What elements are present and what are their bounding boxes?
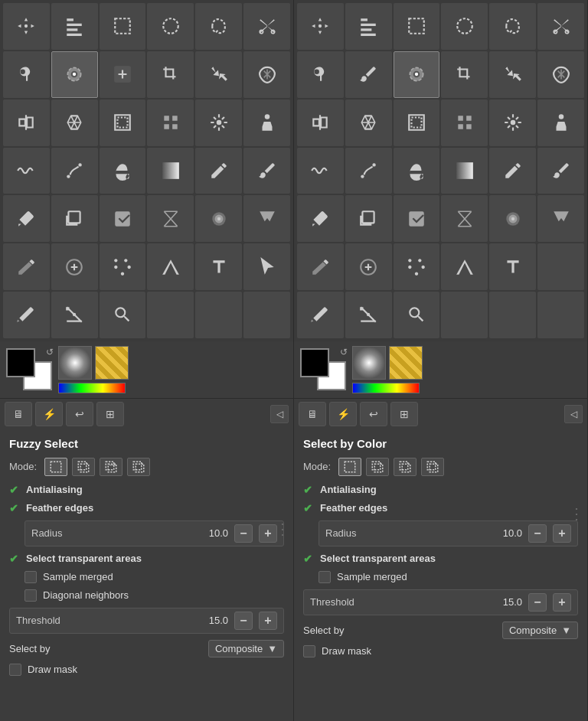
warp-tool[interactable] <box>243 51 290 98</box>
brush-preview-left[interactable] <box>58 346 92 380</box>
sample-merged-checkbox-left[interactable] <box>24 571 37 583</box>
handle-transform-tool[interactable] <box>195 100 242 146</box>
ink-tool[interactable] <box>3 243 50 290</box>
handle-transform-tool-r[interactable] <box>489 100 536 146</box>
images-btn-left[interactable]: ⊞ <box>96 402 124 426</box>
draw-mask-checkbox-left[interactable] <box>9 664 21 676</box>
align-tool-r[interactable] <box>345 3 392 50</box>
wave-tool-r[interactable] <box>297 148 344 194</box>
mode-add-right[interactable] <box>366 458 389 476</box>
free-select-tool-r[interactable] <box>489 3 536 50</box>
smudge-tool-r[interactable] <box>394 243 440 290</box>
threshold-plus-right[interactable]: + <box>553 593 571 612</box>
antialiasing-check-right[interactable]: ✔ <box>303 484 312 496</box>
blur-tool[interactable] <box>195 195 242 242</box>
perspective-tool[interactable] <box>100 100 146 146</box>
person-tool[interactable] <box>243 100 290 146</box>
mode-intersect-right[interactable] <box>421 458 444 476</box>
clone-tool-r[interactable] <box>345 195 392 242</box>
eraser-tool[interactable] <box>3 195 50 242</box>
measure-tool-r[interactable] <box>345 292 392 338</box>
select-by-dropdown-left[interactable]: Composite ▼ <box>208 640 284 657</box>
pattern-preview-right[interactable] <box>389 346 423 380</box>
gradient-preview-right[interactable] <box>352 383 420 393</box>
smudge-tool[interactable] <box>100 243 146 290</box>
threshold-plus-left[interactable]: + <box>259 612 277 630</box>
perspective-tool-r[interactable] <box>394 100 440 146</box>
pencil-tool[interactable] <box>195 148 242 194</box>
move-tool[interactable] <box>3 3 50 50</box>
tool-manager-btn-right[interactable]: 🖥 <box>299 402 326 426</box>
fuzzy-select-tool-r[interactable] <box>297 51 344 98</box>
radius-minus-left[interactable]: − <box>234 524 253 543</box>
measure-tool[interactable] <box>51 292 98 338</box>
unified-transform-tool[interactable] <box>147 100 194 146</box>
threshold-minus-left[interactable]: − <box>234 612 253 630</box>
color-picker-tool[interactable] <box>3 292 50 338</box>
mypaint-brush-tool[interactable] <box>51 243 98 290</box>
radius-minus-right[interactable]: − <box>528 524 547 543</box>
wand-tool-active[interactable] <box>51 51 98 98</box>
mode-subtract-left[interactable] <box>100 458 122 476</box>
wand-tool-r[interactable] <box>345 51 392 98</box>
fg-bg-colors-right[interactable]: ↺ <box>300 348 346 390</box>
fg-color-right[interactable] <box>300 348 329 377</box>
threshold-minus-right[interactable]: − <box>528 593 547 612</box>
ellipse-select-tool-r[interactable] <box>441 3 488 50</box>
text-tool-r[interactable] <box>489 243 536 290</box>
dodge-tool-r[interactable] <box>441 243 488 290</box>
scissors-tool[interactable] <box>243 3 290 50</box>
flip-tool-r[interactable] <box>297 100 344 146</box>
align-tool[interactable] <box>51 3 98 50</box>
tool-presets-btn-left[interactable]: ⚡ <box>35 402 63 426</box>
mode-new-left[interactable] <box>44 458 67 476</box>
ellipse-select-tool[interactable] <box>147 3 194 50</box>
transform-tool-r[interactable] <box>489 51 536 98</box>
transform-tool[interactable] <box>195 51 242 98</box>
paintbrush-tool-r[interactable] <box>537 148 584 194</box>
bucket-fill-tool-r[interactable] <box>394 148 440 194</box>
color-picker-tool-r[interactable] <box>297 292 344 338</box>
bucket-fill-tool[interactable] <box>100 148 146 194</box>
free-select-tool[interactable] <box>195 3 242 50</box>
images-btn-right[interactable]: ⊞ <box>390 402 418 426</box>
zoom-tool-r[interactable] <box>394 292 440 338</box>
feather-check-left[interactable]: ✔ <box>9 502 18 514</box>
undo-btn-left[interactable]: ↩ <box>66 402 93 426</box>
move-tool-r[interactable] <box>297 3 344 50</box>
fuzzy-select-tool[interactable] <box>3 51 50 98</box>
color-select-tool-r-active[interactable] <box>394 51 440 98</box>
mode-intersect-left[interactable] <box>127 458 150 476</box>
dodge-burn-tool[interactable] <box>243 195 290 242</box>
reset-colors-left[interactable]: ↺ <box>46 347 54 357</box>
gradient-preview-left[interactable] <box>58 383 126 393</box>
flip-tool[interactable] <box>3 100 50 146</box>
fg-bg-colors-left[interactable]: ↺ <box>6 348 52 390</box>
cage-tool[interactable] <box>51 100 98 146</box>
crop-tool-r[interactable] <box>441 51 488 98</box>
rect-select-tool[interactable] <box>100 3 146 50</box>
warp-tool-r[interactable] <box>537 51 584 98</box>
select-transparent-check-right[interactable]: ✔ <box>303 553 312 565</box>
healing-tool[interactable] <box>100 195 146 242</box>
cage-tool-r[interactable] <box>345 100 392 146</box>
select-transparent-check-left[interactable]: ✔ <box>9 553 18 565</box>
clone-tool[interactable] <box>51 195 98 242</box>
path-tool[interactable] <box>51 148 98 194</box>
pattern-preview-left[interactable] <box>95 346 129 380</box>
draw-mask-checkbox-right[interactable] <box>303 645 315 657</box>
radius-plus-right[interactable]: + <box>553 524 571 543</box>
perspective-clone-tool[interactable] <box>147 195 194 242</box>
mypaint-brush-tool-r[interactable] <box>345 243 392 290</box>
mode-new-right[interactable] <box>338 458 361 476</box>
ink-tool-r[interactable] <box>297 243 344 290</box>
fg-color-left[interactable] <box>6 348 35 377</box>
diagonal-checkbox-left[interactable] <box>24 589 37 602</box>
unified-transform-tool-r[interactable] <box>441 100 488 146</box>
crop-tool[interactable] <box>147 51 194 98</box>
sample-merged-checkbox-right[interactable] <box>318 571 331 583</box>
color-select-tool[interactable] <box>100 51 146 98</box>
feather-check-right[interactable]: ✔ <box>303 502 312 514</box>
blur-tool-r[interactable] <box>489 195 536 242</box>
text-tool[interactable] <box>195 243 242 290</box>
